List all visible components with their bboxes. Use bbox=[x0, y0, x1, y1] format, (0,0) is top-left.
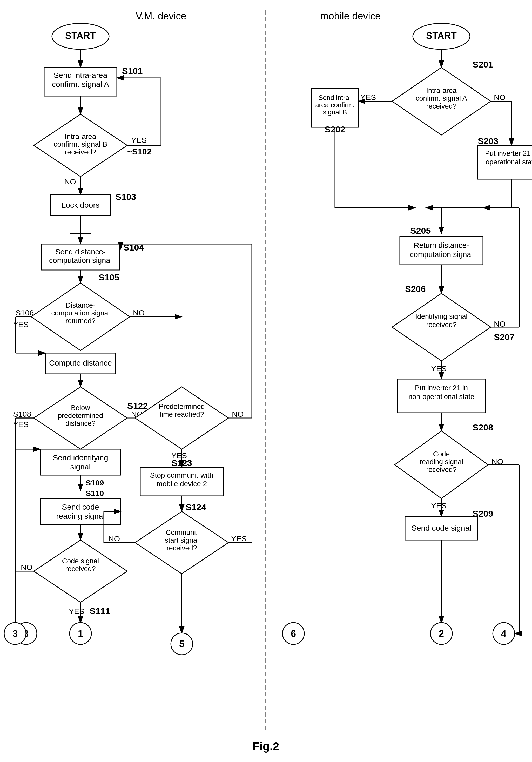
svg-text:confirm. signal A: confirm. signal A bbox=[52, 80, 109, 89]
mobile-device-label: mobile device bbox=[320, 11, 381, 22]
fig-label: Fig.2 bbox=[253, 740, 279, 753]
svg-text:computation signal: computation signal bbox=[410, 250, 473, 259]
svg-text:Put inverter 21 in: Put inverter 21 in bbox=[485, 150, 532, 157]
s208-label: S208 bbox=[473, 422, 493, 432]
s124-no-label: NO bbox=[108, 534, 120, 543]
svg-text:3: 3 bbox=[13, 628, 18, 639]
s208-yes-label: YES bbox=[431, 501, 447, 510]
s111-label: S111 bbox=[90, 606, 110, 616]
svg-text:Send intra-: Send intra- bbox=[318, 94, 351, 102]
svg-text:received?: received? bbox=[426, 102, 456, 110]
svg-text:non-operational state: non-operational state bbox=[409, 393, 474, 401]
svg-text:Identifying signal: Identifying signal bbox=[415, 313, 467, 320]
s103-label: S103 bbox=[115, 192, 136, 202]
s109-label: S109 bbox=[86, 479, 104, 487]
svg-text:operational state: operational state bbox=[486, 158, 532, 166]
svg-text:Compute distance: Compute distance bbox=[49, 358, 112, 367]
svg-text:time reached?: time reached? bbox=[159, 411, 204, 418]
svg-text:Stop communi. with: Stop communi. with bbox=[150, 471, 213, 479]
svg-text:distance?: distance? bbox=[65, 419, 96, 427]
svg-text:computation signal: computation signal bbox=[49, 256, 112, 265]
svg-text:Lock doors: Lock doors bbox=[61, 201, 100, 209]
s105-label: S105 bbox=[99, 272, 119, 282]
svg-text:Send code signal: Send code signal bbox=[412, 524, 471, 532]
svg-text:2: 2 bbox=[439, 628, 444, 639]
s201-label: S201 bbox=[473, 59, 493, 69]
s102-no-label: NO bbox=[64, 177, 76, 186]
s124-label: S124 bbox=[186, 502, 206, 512]
svg-text:reading signal: reading signal bbox=[56, 512, 105, 520]
diagram-container: V.M. device START Send intra-area confir… bbox=[0, 0, 532, 762]
s201-yes-label: YES bbox=[360, 93, 376, 102]
svg-text:Code: Code bbox=[433, 450, 450, 458]
svg-text:Return distance-: Return distance- bbox=[414, 241, 469, 250]
s102-label: ~S102 bbox=[127, 147, 151, 156]
s101-label: S101 bbox=[122, 66, 143, 76]
s206-label: S206 bbox=[405, 284, 425, 294]
s207-label: S207 bbox=[494, 332, 514, 342]
svg-text:confirm. signal B: confirm. signal B bbox=[54, 140, 108, 148]
svg-text:received?: received? bbox=[166, 544, 197, 552]
svg-text:mobile device 2: mobile device 2 bbox=[157, 480, 207, 488]
svg-text:Put inverter 21 in: Put inverter 21 in bbox=[415, 384, 468, 392]
svg-text:signal B: signal B bbox=[323, 108, 347, 116]
svg-text:Send code: Send code bbox=[62, 502, 99, 511]
s201-no-label: NO bbox=[494, 93, 505, 102]
svg-text:confirm. signal A: confirm. signal A bbox=[416, 95, 467, 102]
code-signal-no-label: NO bbox=[21, 563, 33, 572]
s122-label-top: S122 bbox=[127, 401, 148, 411]
s110-label-above: S110 bbox=[86, 489, 104, 497]
svg-text:received?: received? bbox=[426, 466, 456, 474]
svg-text:computation signal: computation signal bbox=[51, 309, 110, 317]
s105-yes-label: S106 bbox=[16, 308, 34, 317]
svg-text:reading signal: reading signal bbox=[419, 458, 463, 466]
svg-text:6: 6 bbox=[291, 628, 296, 639]
svg-text:Distance-: Distance- bbox=[66, 301, 95, 309]
svg-text:1: 1 bbox=[78, 628, 83, 639]
s108-box bbox=[40, 449, 121, 475]
svg-text:predetermined: predetermined bbox=[58, 412, 103, 419]
s123-label: S123 bbox=[171, 458, 192, 468]
svg-text:Intra-area: Intra-area bbox=[65, 132, 96, 140]
start-label-right: START bbox=[426, 31, 456, 41]
svg-text:signal: signal bbox=[70, 462, 91, 471]
s206-yes-label: YES bbox=[431, 364, 447, 373]
vm-device-label: V.M. device bbox=[135, 11, 186, 22]
svg-text:received?: received? bbox=[426, 321, 456, 329]
svg-text:5: 5 bbox=[179, 639, 184, 649]
start-label-left: START bbox=[65, 31, 96, 41]
svg-text:Send identifying: Send identifying bbox=[53, 453, 108, 462]
svg-text:Predetermined: Predetermined bbox=[159, 403, 204, 411]
s205-label: S205 bbox=[410, 226, 431, 236]
svg-text:Below: Below bbox=[71, 404, 90, 412]
svg-text:received?: received? bbox=[65, 148, 96, 156]
svg-text:Send distance-: Send distance- bbox=[55, 248, 106, 256]
svg-text:4: 4 bbox=[501, 628, 506, 639]
svg-text:Code signal: Code signal bbox=[62, 557, 99, 565]
svg-text:Send intra-area: Send intra-area bbox=[54, 71, 108, 79]
s102-yes-label: YES bbox=[131, 136, 147, 144]
s105-no-label: NO bbox=[133, 308, 145, 317]
svg-text:received?: received? bbox=[65, 565, 96, 573]
svg-text:Communi.: Communi. bbox=[166, 529, 197, 536]
svg-text:start signal: start signal bbox=[165, 536, 199, 544]
svg-text:Intra-area: Intra-area bbox=[426, 87, 457, 95]
s124-yes-label: YES bbox=[231, 534, 247, 543]
s122-no-label: NO bbox=[232, 410, 244, 418]
s108-label: S108 bbox=[13, 410, 31, 418]
s203-label: S203 bbox=[478, 136, 498, 146]
svg-text:area confirm.: area confirm. bbox=[315, 101, 355, 109]
svg-text:returned?: returned? bbox=[65, 317, 96, 325]
code-signal-yes-label: YES bbox=[69, 607, 84, 616]
flowchart-svg: V.M. device START Send intra-area confir… bbox=[0, 0, 532, 762]
